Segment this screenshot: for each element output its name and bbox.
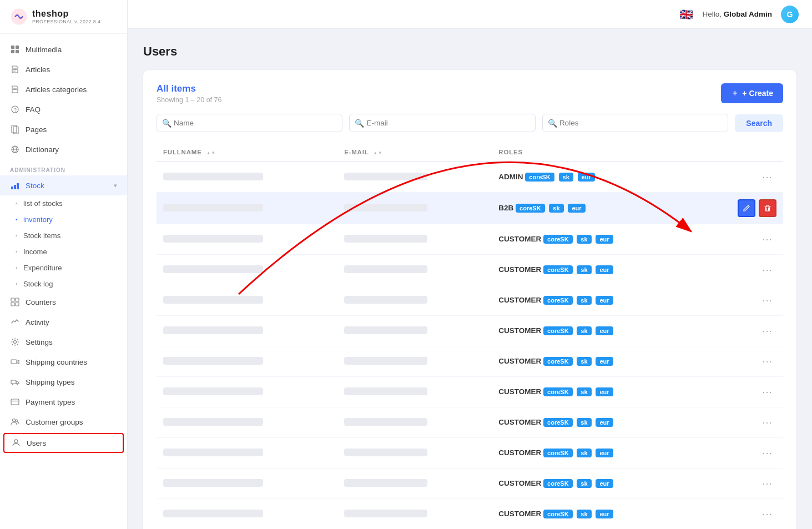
badge-coresk: coreSK — [543, 235, 573, 244]
badge-sk: sk — [577, 235, 591, 244]
roles-cell: CUSTOMER coreSK sk eur — [492, 224, 699, 255]
badge-coresk: coreSK — [525, 173, 554, 182]
roles-input[interactable] — [542, 114, 728, 132]
svg-rect-4 — [16, 50, 19, 53]
create-button[interactable]: ＋ + Create — [721, 83, 783, 103]
create-label: + Create — [742, 89, 773, 98]
more-options-button[interactable]: ⋯ — [758, 292, 776, 309]
sidebar-subitem-expenditure[interactable]: Expenditure — [0, 260, 127, 276]
sidebar-subitem-inventory[interactable]: inventory — [0, 211, 127, 228]
roles-cell: CUSTOMER coreSK sk eur — [492, 499, 699, 530]
sidebar-item-pages[interactable]: Pages — [0, 119, 127, 139]
fullname-cell — [163, 265, 263, 273]
card-header: All items Showing 1 – 20 of 76 ＋ + Creat… — [157, 83, 783, 104]
sidebar-item-shipping-countries[interactable]: Shipping countries — [0, 352, 127, 372]
delete-button[interactable] — [759, 199, 776, 217]
logo-version: PROFESSIONAL v. 2022.8.4 — [32, 19, 100, 24]
email-cell — [344, 326, 427, 334]
email-cell — [344, 357, 427, 365]
sidebar-item-articles-categories[interactable]: Articles categories — [0, 79, 127, 99]
avatar[interactable]: G — [781, 6, 799, 23]
sidebar-subitem-stock-items[interactable]: Stock items — [0, 228, 127, 244]
sidebar-label-users: Users — [27, 439, 46, 447]
sidebar-item-customer-groups[interactable]: Customer groups — [0, 412, 127, 432]
sidebar-item-shipping-types[interactable]: Shipping types — [0, 372, 127, 392]
badge-sk: sk — [577, 265, 591, 274]
email-cell — [344, 173, 427, 180]
sidebar-sublabel-inventory: inventory — [23, 215, 53, 224]
fullname-sort-icon[interactable]: ▲▼ — [206, 151, 216, 155]
sidebar-item-dictionary[interactable]: Dictionary — [0, 139, 127, 159]
more-options-button[interactable]: ⋯ — [758, 445, 776, 461]
fullname-cell — [163, 449, 263, 456]
sidebar-item-multimedia[interactable]: Multimedia — [0, 39, 127, 59]
more-options-button[interactable]: ⋯ — [758, 169, 776, 185]
language-flag[interactable]: 🇬🇧 — [679, 8, 693, 21]
name-input[interactable] — [157, 114, 342, 132]
svg-text:?: ? — [14, 107, 17, 113]
fullname-cell — [163, 479, 263, 487]
more-options-button[interactable]: ⋯ — [758, 353, 776, 370]
counters-icon — [10, 297, 20, 307]
email-cell — [344, 479, 427, 487]
card-title: All items — [157, 83, 221, 94]
more-options-button[interactable]: ⋯ — [758, 506, 776, 522]
svg-rect-23 — [16, 303, 19, 306]
svg-point-27 — [12, 384, 13, 385]
badge-coresk: coreSK — [543, 326, 573, 335]
sidebar-subitem-stock-log[interactable]: Stock log — [0, 276, 127, 292]
sidebar-item-counters[interactable]: Counters — [0, 292, 127, 312]
svg-rect-3 — [11, 50, 14, 53]
roles-cell: CUSTOMER coreSK sk eur — [492, 285, 699, 316]
sidebar-label-articles: Articles — [26, 66, 50, 74]
search-button[interactable]: Search — [735, 114, 783, 132]
sidebar-item-settings[interactable]: Settings — [0, 332, 127, 352]
more-options-button[interactable]: ⋯ — [758, 384, 776, 400]
topbar-greeting: Hello, Global Admin — [702, 10, 772, 18]
settings-icon — [10, 337, 20, 347]
sidebar-subitem-list-of-stocks[interactable]: list of stocks — [0, 195, 127, 211]
sidebar-item-stock[interactable]: Stock ▾ — [0, 175, 127, 195]
svg-point-31 — [13, 419, 16, 422]
more-options-button[interactable]: ⋯ — [758, 261, 776, 278]
roles-cell: CUSTOMER coreSK sk eur — [492, 438, 699, 468]
svg-rect-19 — [17, 183, 19, 189]
col-fullname[interactable]: FULLNAME ▲▼ — [157, 143, 337, 162]
sidebar-item-payment-types[interactable]: Payment types — [0, 392, 127, 412]
more-options-button[interactable]: ⋯ — [758, 414, 776, 431]
fullname-cell — [163, 235, 263, 243]
sidebar-item-faq[interactable]: ? FAQ — [0, 99, 127, 119]
more-options-button[interactable]: ⋯ — [758, 323, 776, 339]
badge-coresk: coreSK — [516, 204, 545, 213]
logo: theshop PROFESSIONAL v. 2022.8.4 — [0, 0, 127, 34]
email-input[interactable] — [349, 114, 535, 132]
badge-eur: eur — [596, 387, 613, 396]
sidebar-sublabel-stock-items: Stock items — [23, 231, 60, 240]
roles-cell: CUSTOMER coreSK sk eur — [492, 255, 699, 285]
name-filter-wrap: 🔍 — [157, 114, 342, 132]
sidebar-label-stock: Stock — [26, 182, 44, 190]
sidebar-subitem-income[interactable]: Income — [0, 244, 127, 260]
more-options-button[interactable]: ⋯ — [758, 231, 776, 248]
sidebar-item-activity[interactable]: Activity — [0, 312, 127, 332]
sidebar-item-users[interactable]: Users — [3, 433, 124, 453]
sidebar-label-shipping-countries: Shipping countries — [26, 358, 87, 366]
sidebar-label-counters: Counters — [26, 298, 56, 306]
payment-types-icon — [10, 397, 20, 407]
fullname-cell — [163, 418, 263, 426]
roles-cell: CUSTOMER coreSK sk eur — [492, 377, 699, 407]
sidebar: theshop PROFESSIONAL v. 2022.8.4 Multime… — [0, 0, 128, 529]
roles-cell: CUSTOMER coreSK sk eur — [492, 468, 699, 499]
col-email[interactable]: E-MAIL ▲▼ — [337, 143, 492, 162]
sidebar-sublabel-stock-log: Stock log — [23, 280, 53, 288]
sidebar-item-articles[interactable]: Articles — [0, 59, 127, 79]
more-options-button[interactable]: ⋯ — [758, 475, 776, 492]
svg-point-33 — [14, 440, 18, 443]
badge-coresk: coreSK — [543, 510, 573, 518]
svg-rect-26 — [11, 380, 16, 384]
table-row: B2B coreSK sk eur — [157, 193, 783, 224]
admin-name: Global Admin — [724, 10, 772, 18]
email-sort-icon[interactable]: ▲▼ — [373, 151, 382, 155]
edit-button[interactable] — [738, 199, 755, 217]
all-label: All — [157, 83, 169, 94]
